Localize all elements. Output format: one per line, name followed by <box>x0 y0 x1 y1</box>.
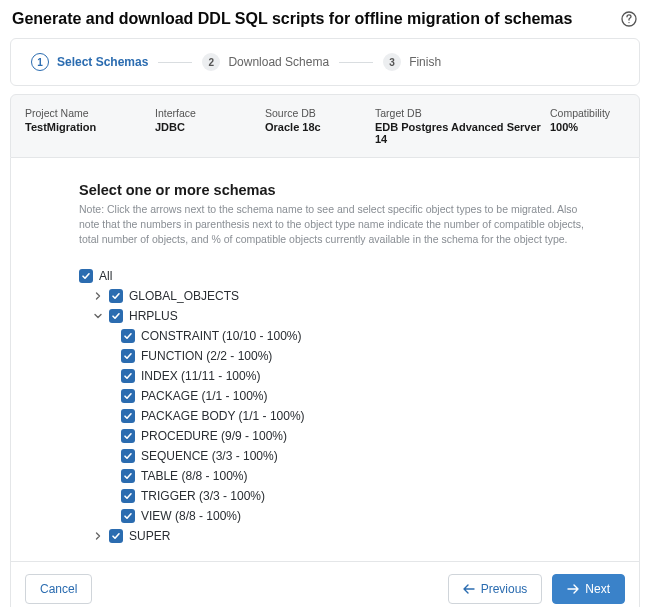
step-label: Download Schema <box>228 55 329 69</box>
step-number: 3 <box>383 53 401 71</box>
checkbox-icon[interactable] <box>109 309 123 323</box>
tree-label: SEQUENCE (3/3 - 100%) <box>141 449 278 463</box>
button-label: Next <box>585 582 610 596</box>
section-title: Select one or more schemas <box>79 182 627 198</box>
chevron-right-icon[interactable] <box>93 532 103 540</box>
tree-node-object-type[interactable]: PROCEDURE (9/9 - 100%) <box>79 426 627 446</box>
checkbox-icon[interactable] <box>121 429 135 443</box>
wizard-footer: Cancel Previous Next <box>11 561 639 607</box>
next-button[interactable]: Next <box>552 574 625 604</box>
checkbox-icon[interactable] <box>79 269 93 283</box>
project-name-value: TestMigration <box>25 121 155 133</box>
button-label: Previous <box>481 582 528 596</box>
interface-value: JDBC <box>155 121 265 133</box>
tree-label: PACKAGE BODY (1/1 - 100%) <box>141 409 305 423</box>
tree-label: PACKAGE (1/1 - 100%) <box>141 389 268 403</box>
checkbox-icon[interactable] <box>121 449 135 463</box>
tree-label: CONSTRAINT (10/10 - 100%) <box>141 329 302 343</box>
tree-label: VIEW (8/8 - 100%) <box>141 509 241 523</box>
tree-node-object-type[interactable]: PACKAGE BODY (1/1 - 100%) <box>79 406 627 426</box>
chevron-right-icon[interactable] <box>93 292 103 300</box>
tree-node-object-type[interactable]: SEQUENCE (3/3 - 100%) <box>79 446 627 466</box>
wizard-stepper: 1 Select Schemas 2 Download Schema 3 Fin… <box>10 38 640 86</box>
target-db-value: EDB Postgres Advanced Server 14 <box>375 121 550 145</box>
checkbox-icon[interactable] <box>121 349 135 363</box>
tree-node-object-type[interactable]: PACKAGE (1/1 - 100%) <box>79 386 627 406</box>
target-db-label: Target DB <box>375 107 550 119</box>
step-number: 1 <box>31 53 49 71</box>
step-2[interactable]: 2 Download Schema <box>202 53 329 71</box>
tree-label: FUNCTION (2/2 - 100%) <box>141 349 272 363</box>
tree-node-all[interactable]: All <box>79 266 627 286</box>
checkbox-icon[interactable] <box>121 369 135 383</box>
project-name-label: Project Name <box>25 107 155 119</box>
tree-label: TABLE (8/8 - 100%) <box>141 469 248 483</box>
checkbox-icon[interactable] <box>109 289 123 303</box>
tree-node-object-type[interactable]: CONSTRAINT (10/10 - 100%) <box>79 326 627 346</box>
tree-node-object-type[interactable]: FUNCTION (2/2 - 100%) <box>79 346 627 366</box>
source-db-value: Oracle 18c <box>265 121 375 133</box>
step-3[interactable]: 3 Finish <box>383 53 441 71</box>
tree-node-object-type[interactable]: VIEW (8/8 - 100%) <box>79 506 627 526</box>
step-label: Finish <box>409 55 441 69</box>
step-separator <box>158 62 192 63</box>
schema-tree: All GLOBAL_OBJECTS HRPLUS <box>79 266 627 546</box>
checkbox-icon[interactable] <box>109 529 123 543</box>
checkbox-icon[interactable] <box>121 409 135 423</box>
button-label: Cancel <box>40 582 77 596</box>
source-db-label: Source DB <box>265 107 375 119</box>
tree-label: PROCEDURE (9/9 - 100%) <box>141 429 287 443</box>
cancel-button[interactable]: Cancel <box>25 574 92 604</box>
tree-node-global-objects[interactable]: GLOBAL_OBJECTS <box>79 286 627 306</box>
compatibility-value: 100% <box>550 121 625 133</box>
checkbox-icon[interactable] <box>121 329 135 343</box>
step-label: Select Schemas <box>57 55 148 69</box>
interface-label: Interface <box>155 107 265 119</box>
checkbox-icon[interactable] <box>121 489 135 503</box>
arrow-left-icon <box>463 584 475 594</box>
svg-point-1 <box>628 22 629 23</box>
help-icon[interactable] <box>620 10 638 28</box>
tree-label: SUPER <box>129 529 170 543</box>
step-1[interactable]: 1 Select Schemas <box>31 53 148 71</box>
tree-label: All <box>99 269 112 283</box>
section-note: Note: Click the arrows next to the schem… <box>79 202 589 248</box>
previous-button[interactable]: Previous <box>448 574 543 604</box>
project-info-bar: Project Name TestMigration Interface JDB… <box>10 94 640 158</box>
compatibility-label: Compatibility <box>550 107 625 119</box>
checkbox-icon[interactable] <box>121 389 135 403</box>
tree-label: HRPLUS <box>129 309 178 323</box>
tree-node-object-type[interactable]: TABLE (8/8 - 100%) <box>79 466 627 486</box>
tree-node-object-type[interactable]: TRIGGER (3/3 - 100%) <box>79 486 627 506</box>
checkbox-icon[interactable] <box>121 509 135 523</box>
step-separator <box>339 62 373 63</box>
tree-label: TRIGGER (3/3 - 100%) <box>141 489 265 503</box>
tree-node-super[interactable]: SUPER <box>79 526 627 546</box>
chevron-down-icon[interactable] <box>93 312 103 320</box>
arrow-right-icon <box>567 584 579 594</box>
step-number: 2 <box>202 53 220 71</box>
tree-node-hrplus[interactable]: HRPLUS <box>79 306 627 326</box>
checkbox-icon[interactable] <box>121 469 135 483</box>
tree-label: INDEX (11/11 - 100%) <box>141 369 260 383</box>
tree-node-object-type[interactable]: INDEX (11/11 - 100%) <box>79 366 627 386</box>
tree-label: GLOBAL_OBJECTS <box>129 289 239 303</box>
page-title: Generate and download DDL SQL scripts fo… <box>12 10 620 28</box>
